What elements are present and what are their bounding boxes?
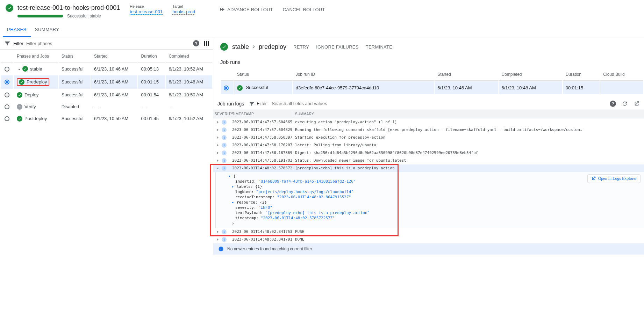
status-icon	[19, 79, 24, 85]
success-icon	[220, 43, 228, 51]
logbar-title: Job run logs	[217, 101, 244, 106]
phase-row[interactable]: DeploySuccessful6/1/23, 10:48 AM00:01:54…	[1, 89, 212, 101]
log-row[interactable]: i2023-06-01T14:48:02.841753210ZPUSH	[213, 228, 644, 236]
phase-name: Predeploy	[27, 79, 47, 84]
target-link[interactable]: hooks-prod	[172, 9, 195, 15]
log-row[interactable]: i2023-06-01T14:47:58.176207883Zlatest: P…	[213, 141, 644, 149]
success-icon	[6, 4, 13, 12]
chevron-right-icon	[251, 44, 257, 50]
phase-row[interactable]: VerifyDisabled———	[1, 101, 212, 112]
log-summary: Starting execution for predeploy-action	[292, 135, 644, 140]
status-icon	[22, 66, 28, 72]
tab-summary[interactable]: SUMMARY	[31, 23, 64, 37]
chevron-right-icon[interactable]	[215, 229, 220, 234]
columns-icon[interactable]	[204, 41, 209, 46]
release-label: Release	[130, 4, 163, 8]
ignore-failures-button[interactable]: IGNORE FAILURES	[316, 44, 359, 50]
release-link[interactable]: test-release-001	[130, 9, 163, 15]
severity-info-icon: i	[222, 143, 227, 148]
phase-radio[interactable]	[5, 67, 9, 72]
log-row[interactable]: i2023-06-01T14:47:58.050397715ZStarting …	[213, 134, 644, 141]
jobrun-radio[interactable]	[224, 86, 229, 90]
log-summary: PUSH	[292, 229, 644, 234]
progress-bar	[17, 15, 63, 17]
phases-table: Phases and Jobs Status Started Duration …	[0, 50, 213, 125]
phase-name: Postdeploy	[24, 116, 47, 121]
open-external-icon[interactable]	[634, 101, 640, 107]
fast-forward-icon	[219, 6, 225, 13]
phase-row[interactable]: PredeploySuccessful6/1/23, 10:46 AM00:01…	[1, 75, 212, 89]
status-icon	[17, 116, 22, 122]
chevron-right-icon[interactable]	[215, 143, 220, 148]
col-status: Status	[59, 50, 91, 62]
help-icon[interactable]: ?	[610, 101, 616, 107]
log-search-input[interactable]	[272, 101, 605, 106]
tri-right-icon[interactable]: ▸	[232, 184, 235, 189]
chevron-right-icon[interactable]	[215, 127, 220, 132]
log-timestamp: 2023-06-01T14:48:02.841753210Z	[229, 229, 292, 234]
jobrun-table: Status Job run ID Started Completed Dura…	[220, 68, 644, 95]
cancel-rollout-button[interactable]: CANCEL ROLLOUT	[283, 7, 325, 12]
refresh-icon[interactable]	[622, 101, 628, 107]
severity-info-icon: i	[222, 120, 227, 125]
page-title: test-release-001-to-hooks-prod-0001	[17, 4, 120, 12]
chevron-right-icon[interactable]	[215, 135, 220, 140]
phase-name: Verify	[24, 104, 36, 109]
severity-info-icon: i	[222, 127, 227, 132]
log-row[interactable]: i2023-06-01T14:48:02.578572257Z[predeplo…	[213, 164, 644, 172]
no-newer-banner: No newer entries found matching current …	[213, 243, 644, 255]
log-row[interactable]: i2023-06-01T14:48:02.841791783ZDONE	[213, 236, 644, 243]
col-phases: Phases and Jobs	[14, 50, 58, 62]
log-col-summary: SUMMARY	[292, 110, 644, 118]
tab-phases[interactable]: PHASES	[3, 23, 31, 37]
log-timestamp: 2023-06-01T14:47:58.176207883Z	[229, 143, 292, 147]
tab-bar: PHASES SUMMARY	[0, 23, 644, 37]
log-col-severity: SEVERITY	[213, 110, 229, 118]
log-row[interactable]: i2023-06-01T14:47:58.191703068ZStatus: D…	[213, 157, 644, 164]
phase-radio[interactable]	[5, 80, 9, 84]
chevron-right-icon[interactable]	[215, 158, 220, 163]
log-summary: Digest: sha256:dfd64a3b4296d8c9b62aa3309…	[292, 150, 644, 155]
log-summary: DONE	[292, 237, 644, 242]
log-summary: Running the following command: skaffold …	[292, 127, 644, 132]
jobruns-heading: Job runs	[213, 55, 644, 68]
log-timestamp: 2023-06-01T14:48:02.841791783Z	[229, 237, 292, 242]
chevron-down-icon[interactable]	[17, 67, 22, 72]
filter-icon	[4, 40, 10, 46]
help-icon[interactable]: ?	[193, 40, 199, 46]
phase-row[interactable]: stableSuccessful6/1/23, 10:46 AM00:05:13…	[1, 63, 212, 75]
rollout-header: test-release-001-to-hooks-prod-0001 Succ…	[0, 0, 644, 23]
phase-radio[interactable]	[5, 104, 9, 109]
advance-rollout-button[interactable]: ADVANCE ROLLOUT	[219, 6, 273, 13]
severity-info-icon: i	[222, 166, 227, 171]
tri-down-icon[interactable]: ▾	[228, 174, 232, 178]
phase-row[interactable]: PostdeploySuccessful6/1/23, 10:50 AM00:0…	[1, 113, 212, 124]
log-timestamp: 2023-06-01T14:48:02.578572257Z	[229, 166, 292, 170]
log-row[interactable]: i2023-06-01T14:47:58.187869380ZDigest: s…	[213, 149, 644, 157]
filter-input[interactable]	[26, 41, 190, 46]
log-timestamp: 2023-06-01T14:47:57.604665868Z	[229, 120, 292, 124]
chevron-right-icon[interactable]	[215, 150, 220, 155]
log-row[interactable]: i2023-06-01T14:47:57.604829649ZRunning t…	[213, 126, 644, 134]
open-logs-explorer-button[interactable]: Open in Logs Explorer	[587, 174, 641, 183]
open-external-icon	[591, 176, 596, 181]
col-duration: Duration	[138, 50, 165, 62]
log-row[interactable]: i2023-06-01T14:47:57.604665868Zexecuting…	[213, 118, 644, 126]
retry-button[interactable]: RETRY	[293, 44, 309, 50]
chevron-right-icon[interactable]	[215, 120, 220, 125]
terminate-button[interactable]: TERMINATE	[366, 44, 392, 50]
jobrun-row[interactable]: Successful d3efedfc-60c7-44ce-9579-37794…	[221, 81, 643, 94]
status-icon	[17, 104, 22, 110]
info-icon	[218, 246, 224, 252]
chevron-right-icon[interactable]	[215, 237, 220, 242]
tri-right-icon[interactable]: ▸	[232, 200, 235, 205]
phase-radio[interactable]	[5, 93, 9, 97]
chevron-down-icon[interactable]	[215, 166, 220, 171]
col-started: Started	[91, 50, 137, 62]
log-filter-button[interactable]: Filter	[249, 101, 267, 106]
log-summary: [predeploy-echo] this is a predeploy act…	[292, 166, 644, 170]
phase-radio[interactable]	[5, 116, 9, 121]
log-col-timestamp: TIMESTAMP	[229, 110, 292, 118]
breadcrumb-predeploy: predeploy	[259, 43, 286, 51]
log-timestamp: 2023-06-01T14:47:57.604829649Z	[229, 127, 292, 132]
